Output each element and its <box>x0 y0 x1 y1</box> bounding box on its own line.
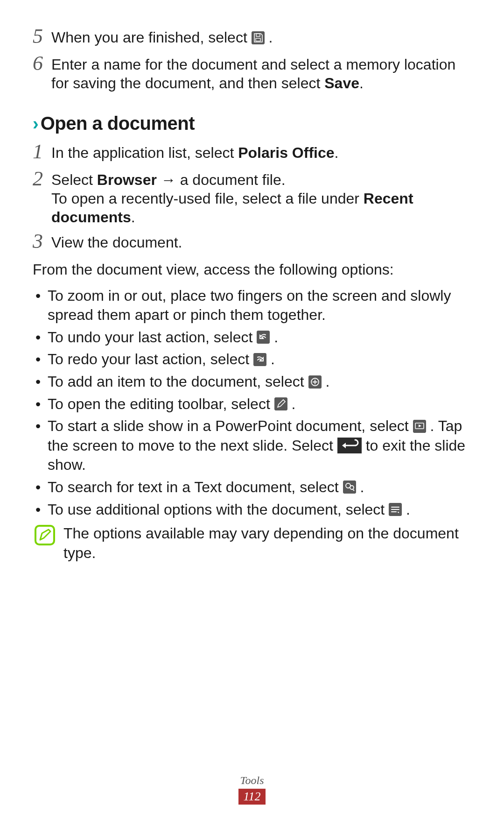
text: → a document file. <box>157 171 286 188</box>
text: Enter a name for the document and select… <box>51 56 455 92</box>
svg-rect-4 <box>253 353 266 366</box>
list-item: To search for text in a Text document, s… <box>33 478 471 497</box>
step-text: When you are finished, select . <box>51 28 471 49</box>
text: . <box>359 75 364 92</box>
step-text: View the document. <box>51 233 471 254</box>
text: . <box>335 144 339 161</box>
svg-rect-3 <box>257 331 270 344</box>
play-icon <box>413 420 426 433</box>
text: . <box>292 396 296 412</box>
text: To zoom in or out, place two fingers on … <box>48 287 451 324</box>
text: . <box>325 373 329 390</box>
text: . <box>406 501 410 518</box>
section-heading: › Open a document <box>33 113 471 134</box>
text: To search for text in a Text document, s… <box>48 479 343 495</box>
search-icon <box>343 481 356 494</box>
step-5: 5 When you are finished, select . <box>33 28 471 49</box>
text-bold: Browser <box>97 171 157 188</box>
text: . <box>274 329 278 346</box>
list-item: To open the editing toolbar, select . <box>33 395 471 414</box>
text: To undo your last action, select <box>48 329 257 346</box>
options-list: To zoom in or out, place two fingers on … <box>33 286 471 520</box>
intro-paragraph: From the document view, access the follo… <box>33 260 471 280</box>
step-number: 1 <box>33 141 51 162</box>
step-text: In the application list, select Polaris … <box>51 143 471 164</box>
text: To redo your last action, select <box>48 351 253 368</box>
add-icon <box>308 375 322 389</box>
step-number: 2 <box>33 169 51 225</box>
text: To add an item to the document, select <box>48 373 308 390</box>
list-item: To zoom in or out, place two fingers on … <box>33 286 471 325</box>
svg-rect-7 <box>274 397 287 410</box>
redo-icon <box>253 353 266 366</box>
note-text: The options available may vary depending… <box>63 524 471 563</box>
text: . <box>269 29 273 46</box>
text: To open the editing toolbar, select <box>48 396 274 412</box>
note-icon <box>35 525 55 545</box>
text: When you are finished, select <box>51 29 252 46</box>
list-item: To undo your last action, select . <box>33 328 471 347</box>
page-number: 112 <box>238 789 265 805</box>
list-item: To start a slide show in a PowerPoint do… <box>33 417 471 475</box>
open-step-3: 3 View the document. <box>33 233 471 254</box>
page-footer: Tools 112 <box>0 774 504 805</box>
chevron-right-icon: › <box>33 115 39 133</box>
section-title: Open a document <box>41 113 195 134</box>
text: . <box>271 351 275 368</box>
back-return-icon <box>337 438 362 453</box>
edit-icon <box>274 397 287 410</box>
step-number: 3 <box>33 231 51 252</box>
page-content: 5 When you are finished, select . 6 Ente… <box>0 0 504 563</box>
text: Select <box>51 171 97 188</box>
list-item: To add an item to the document, select . <box>33 372 471 392</box>
footer-section: Tools <box>0 774 504 787</box>
text: . <box>131 209 135 226</box>
step-number: 5 <box>33 26 51 47</box>
step-6: 6 Enter a name for the document and sele… <box>33 55 471 92</box>
text: . <box>360 479 364 495</box>
step-number: 6 <box>33 53 51 91</box>
menu-icon <box>389 503 402 516</box>
text-bold: Save <box>324 75 359 92</box>
save-icon <box>252 31 265 44</box>
open-step-1: 1 In the application list, select Polari… <box>33 143 471 164</box>
text-bold: Polaris Office <box>238 144 334 161</box>
list-item: To redo your last action, select . <box>33 350 471 369</box>
note: The options available may vary depending… <box>33 524 471 563</box>
open-step-2: 2 Select Browser → a document file. To o… <box>33 170 471 226</box>
text: In the application list, select <box>51 144 238 161</box>
step-text: Enter a name for the document and select… <box>51 55 471 92</box>
text: To use additional options with the docum… <box>48 501 389 518</box>
undo-icon <box>257 331 270 344</box>
text: To start a slide show in a PowerPoint do… <box>48 417 413 434</box>
text: To open a recently-used file, select a f… <box>51 190 364 207</box>
step-text: Select Browser → a document file. To ope… <box>51 170 471 226</box>
list-item: To use additional options with the docum… <box>33 500 471 520</box>
